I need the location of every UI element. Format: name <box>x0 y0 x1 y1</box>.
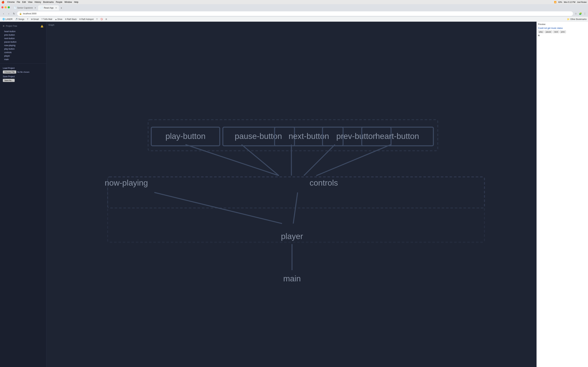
bookmark-raft-hubspot-label: Raft Hubspot <box>81 18 94 20</box>
node-next-button[interactable]: next-button <box>289 132 329 141</box>
tab-senior-capstone[interactable]: 📄 Senior Capstone ✕ <box>12 5 38 10</box>
load-project-label: Load Project <box>3 67 43 69</box>
menu-bookmarks[interactable]: Bookmarks <box>43 1 54 3</box>
window-controls <box>1 6 10 8</box>
preview-prev-button[interactable]: prev <box>560 30 566 33</box>
tree-item-now-playing[interactable]: now-playing <box>0 44 46 47</box>
tab-favicon-2: 📄 <box>40 7 43 9</box>
forward-button[interactable]: › <box>7 12 11 16</box>
back-button[interactable]: ‹ <box>1 12 6 16</box>
choose-file-button[interactable]: Choose File <box>3 70 16 74</box>
minimize-button[interactable] <box>5 6 7 8</box>
preview-next-button[interactable]: next <box>553 30 559 33</box>
preview-pause-button[interactable]: pause <box>545 30 552 33</box>
blocked-icon: 🚫 <box>100 18 103 20</box>
node-player-label[interactable]: player <box>281 232 303 241</box>
node-prev-button[interactable]: prev-button <box>336 132 377 141</box>
graph-svg: play-button pause-button next-button pre… <box>49 28 534 364</box>
bookmark-star-icon[interactable]: ☆ <box>574 12 578 15</box>
tree-item-prev-button[interactable]: prev-button <box>0 33 46 37</box>
nyt-icon: T <box>27 18 28 20</box>
bookmark-songs[interactable]: 🎵 Songs <box>14 18 25 21</box>
user-name: Joel Reske <box>577 1 587 3</box>
tree-item-play-button[interactable]: play-button <box>0 47 46 51</box>
extra-icon: R <box>106 18 107 20</box>
address-bar[interactable]: 🔒 localhost:3000 <box>17 11 573 16</box>
svg-line-3 <box>304 144 335 176</box>
tab-label-2: React App <box>44 7 53 9</box>
tree-item-heart-button[interactable]: heart-button <box>0 30 46 33</box>
bookmark-extra[interactable]: R <box>105 18 108 21</box>
preview-play-button[interactable]: play <box>538 30 544 33</box>
chrome-menu-icon[interactable]: ⋮ <box>583 12 587 15</box>
svg-line-1 <box>242 144 279 176</box>
menubar-right: 📶 63% Mon 5:12 PM Joel Reske <box>554 1 587 3</box>
tree-item-main[interactable]: main <box>0 58 46 61</box>
bookmark-teams[interactable]: T <box>95 18 99 21</box>
graph-label: Graph <box>49 24 534 26</box>
tab-react-app[interactable]: 📄 React App ✕ <box>38 5 59 10</box>
bookmark-tufts-mail-label: Tufts Mail <box>43 18 52 20</box>
other-bookmarks[interactable]: 📁 Other Bookmarks <box>567 18 587 20</box>
menu-view[interactable]: View <box>28 1 33 3</box>
svg-line-0 <box>185 144 279 176</box>
tree-item-player[interactable]: player <box>0 54 46 58</box>
tree-item-pause-button[interactable]: pause-button <box>0 40 46 44</box>
bookmark-gmail[interactable]: M Gmail <box>30 18 40 21</box>
bookmark-landr[interactable]: 🌐 LANDR <box>1 18 14 21</box>
bookmark-songs-label: Songs <box>18 18 24 20</box>
node-controls-label[interactable]: controls <box>310 178 338 187</box>
tab-label-1: Senior Capstone <box>17 7 33 9</box>
extensions-icon[interactable]: 🧩 <box>579 12 582 15</box>
url-text: localhost:3000 <box>23 12 36 15</box>
app-layout: ≡ Project Tree ⚠️ heart-button prev-butt… <box>0 22 588 367</box>
graph-area: Graph pl <box>46 22 536 367</box>
bookmark-blocked[interactable]: 🚫 <box>99 18 104 21</box>
bookmark-drive[interactable]: ▲ Drive <box>54 18 63 21</box>
new-tab-button[interactable]: + <box>59 6 64 10</box>
tree-item-next-button[interactable]: next-button <box>0 37 46 40</box>
svg-line-4 <box>316 144 391 176</box>
node-play-button[interactable]: play-button <box>165 132 206 141</box>
landr-icon: 🌐 <box>2 18 5 20</box>
menu-window[interactable]: Window <box>64 1 72 3</box>
chrome-titlebar: 📄 Senior Capstone ✕ 📄 React App ✕ + <box>0 4 588 10</box>
graph-canvas: play-button pause-button next-button pre… <box>49 28 534 364</box>
menu-history[interactable]: History <box>35 1 41 3</box>
raft-slack-icon: R <box>65 18 67 20</box>
bookmarks-bar: 🌐 LANDR 🎵 Songs T M Gmail T Tufts Mail ▲… <box>0 17 588 22</box>
tab-close-1[interactable]: ✕ <box>35 7 36 9</box>
bookmark-drive-label: Drive <box>57 18 62 20</box>
save-as-button[interactable]: Save As... <box>3 79 15 82</box>
bookmark-raft-slack[interactable]: R Raft Slack <box>64 18 78 21</box>
other-bookmarks-label: Other Bookmarks <box>570 18 587 20</box>
hamburger-icon[interactable]: ≡ <box>3 25 4 28</box>
menu-file[interactable]: File <box>17 1 20 3</box>
close-button[interactable] <box>1 6 3 8</box>
no-file-text: No file chosen <box>17 71 30 73</box>
menu-help[interactable]: Help <box>74 1 78 3</box>
reload-button[interactable]: ↻ <box>12 12 16 16</box>
bookmark-landr-label: LANDR <box>5 18 13 20</box>
drive-icon: ▲ <box>55 18 57 20</box>
menu-chrome[interactable]: Chrome <box>7 1 15 3</box>
bookmark-raft-hubspot[interactable]: R Raft Hubspot <box>78 18 95 21</box>
bookmark-tufts-mail[interactable]: T Tufts Mail <box>40 18 53 21</box>
clock: Mon 5:12 PM <box>564 1 575 3</box>
node-main-label[interactable]: main <box>283 274 301 283</box>
sidebar: ≡ Project Tree ⚠️ heart-button prev-butt… <box>0 22 46 367</box>
menu-people[interactable]: People <box>56 1 62 3</box>
preview-error-text: Could not get music status <box>538 27 587 29</box>
menu-edit[interactable]: Edit <box>22 1 26 3</box>
tab-close-2[interactable]: ✕ <box>55 7 57 9</box>
bookmark-gmail-label: Gmail <box>33 18 39 20</box>
maximize-button[interactable] <box>8 6 10 8</box>
preview-hi: hi <box>538 34 587 37</box>
tree-item-controls[interactable]: controls <box>0 51 46 54</box>
bookmark-nyt[interactable]: T <box>26 18 29 21</box>
node-heart-button[interactable]: heart-button <box>375 132 419 141</box>
chrome-addressbar: ‹ › ↻ 🔒 localhost:3000 ☆ 🧩 ⋮ <box>0 10 588 17</box>
teams-icon: T <box>96 18 98 20</box>
node-now-playing-label[interactable]: now-playing <box>105 178 148 187</box>
apple-logo: 🍎 <box>1 1 4 3</box>
